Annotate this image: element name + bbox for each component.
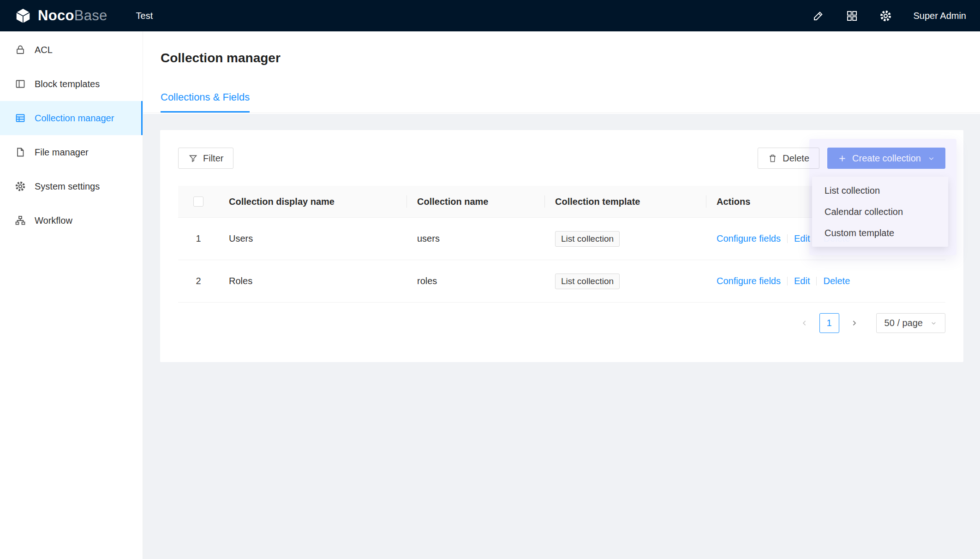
- cell-display-name: Roles: [219, 260, 407, 302]
- action-divider: [816, 277, 817, 285]
- sidebar-item-file-manager[interactable]: File manager: [0, 135, 143, 169]
- page-size-value: 50 / page: [884, 318, 923, 328]
- create-collection-label: Create collection: [852, 153, 921, 164]
- column-header-name: Collection name: [407, 186, 545, 217]
- chevron-down-icon: [927, 155, 935, 162]
- page-size-select[interactable]: 50 / page: [876, 313, 945, 333]
- column-header-display-name: Collection display name: [219, 186, 407, 217]
- template-tag: List collection: [555, 274, 620, 289]
- delete-link[interactable]: Delete: [823, 276, 850, 286]
- tab-collections-fields[interactable]: Collections & Fields: [161, 91, 250, 113]
- sidebar-item-label: Collection manager: [35, 113, 114, 124]
- edit-link[interactable]: Edit: [794, 233, 810, 244]
- pagination-page-1[interactable]: 1: [819, 313, 839, 333]
- cell-display-name: Users: [219, 218, 407, 260]
- cell-template: List collection: [545, 218, 706, 260]
- cell-name: roles: [407, 260, 545, 302]
- sidebar: ACL Block templates Collection manager F…: [0, 31, 143, 559]
- app-header: NocoBase Test Super Admin: [0, 0, 980, 31]
- row-index: 2: [196, 276, 201, 286]
- template-tag: List collection: [555, 231, 620, 247]
- sidebar-item-collection-manager[interactable]: Collection manager: [0, 101, 143, 135]
- pen-icon[interactable]: [812, 10, 825, 22]
- column-header-template: Collection template: [545, 186, 706, 217]
- tab-bar: Collections & Fields: [143, 91, 980, 113]
- create-collection-button[interactable]: Create collection: [827, 148, 945, 169]
- sidebar-item-label: Block templates: [35, 79, 100, 89]
- chevron-left-icon: [801, 319, 808, 327]
- filter-icon: [188, 154, 198, 163]
- select-all-cell: [178, 186, 219, 217]
- trash-icon: [768, 154, 777, 163]
- gear-icon[interactable]: [879, 10, 892, 22]
- sidebar-item-block-templates[interactable]: Block templates: [0, 67, 143, 101]
- create-collection-dropdown: List collection Calendar collection Cust…: [812, 177, 948, 247]
- layout-icon: [15, 78, 26, 89]
- cell-actions: Configure fields Edit Delete: [706, 260, 945, 302]
- card-toolbar: Filter Delete: [178, 148, 945, 169]
- pagination-next-button[interactable]: [844, 313, 864, 333]
- sidebar-item-workflow[interactable]: Workflow: [0, 203, 143, 238]
- menu-item-list-collection[interactable]: List collection: [812, 180, 948, 201]
- page-header: Collection manager: [143, 31, 980, 65]
- delete-button-label: Delete: [783, 153, 809, 164]
- row-select-cell: 2: [178, 260, 219, 302]
- current-user[interactable]: Super Admin: [913, 11, 966, 21]
- table-icon: [15, 113, 26, 124]
- sidebar-item-system-settings[interactable]: System settings: [0, 169, 143, 203]
- workflow-icon: [15, 215, 26, 226]
- edit-link[interactable]: Edit: [794, 276, 810, 286]
- header-menu-test[interactable]: Test: [136, 11, 153, 21]
- app-logo[interactable]: NocoBase: [14, 6, 108, 25]
- gear-icon: [15, 181, 26, 192]
- cube-icon: [14, 6, 32, 25]
- chevron-right-icon: [850, 319, 858, 327]
- delete-button[interactable]: Delete: [758, 148, 819, 169]
- sidebar-item-acl[interactable]: ACL: [0, 33, 143, 67]
- cell-name: users: [407, 218, 545, 260]
- sidebar-item-label: System settings: [35, 181, 100, 192]
- cell-template: List collection: [545, 260, 706, 302]
- menu-item-custom-template[interactable]: Custom template: [812, 222, 948, 244]
- main-area: Collection manager Collections & Fields …: [143, 31, 980, 559]
- toolbar-right: Delete Create collection: [758, 148, 945, 169]
- lock-icon: [15, 44, 26, 55]
- action-divider: [787, 234, 788, 243]
- sidebar-item-label: ACL: [35, 45, 53, 55]
- configure-fields-link[interactable]: Configure fields: [717, 233, 781, 244]
- brand-name: NocoBase: [38, 7, 108, 24]
- select-all-checkbox[interactable]: [193, 196, 203, 207]
- header-right-tools: Super Admin: [812, 10, 966, 22]
- sidebar-item-label: Workflow: [35, 215, 72, 226]
- plus-icon: [837, 154, 847, 163]
- sidebar-item-label: File manager: [35, 147, 89, 158]
- pagination: 1 50 / page: [178, 313, 945, 333]
- grid-icon[interactable]: [846, 10, 858, 22]
- file-icon: [15, 147, 26, 158]
- pagination-prev-button[interactable]: [795, 313, 814, 333]
- configure-fields-link[interactable]: Configure fields: [717, 276, 781, 286]
- action-divider: [787, 277, 788, 285]
- menu-item-calendar-collection[interactable]: Calendar collection: [812, 201, 948, 222]
- page-title: Collection manager: [161, 51, 962, 65]
- filter-button-label: Filter: [203, 153, 223, 164]
- chevron-down-icon: [930, 320, 937, 327]
- row-select-cell: 1: [178, 218, 219, 260]
- row-index: 1: [196, 233, 201, 244]
- table-row: 2 Roles roles List collection Configure …: [178, 260, 945, 303]
- filter-button[interactable]: Filter: [178, 148, 233, 169]
